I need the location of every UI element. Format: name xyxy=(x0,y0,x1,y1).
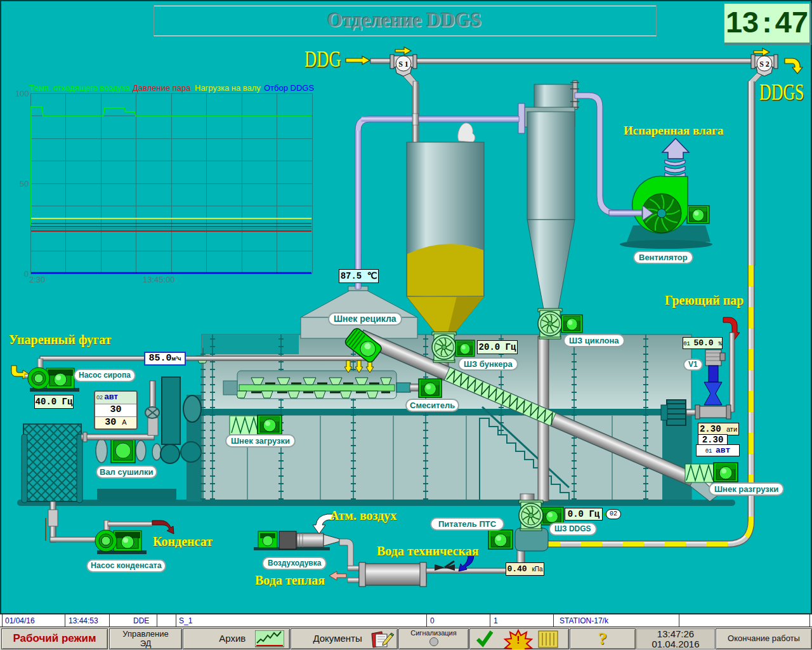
svg-text:S 1: S 1 xyxy=(398,60,409,69)
svg-text:S 2: S 2 xyxy=(759,60,769,69)
svg-text:!: ! xyxy=(516,635,520,646)
